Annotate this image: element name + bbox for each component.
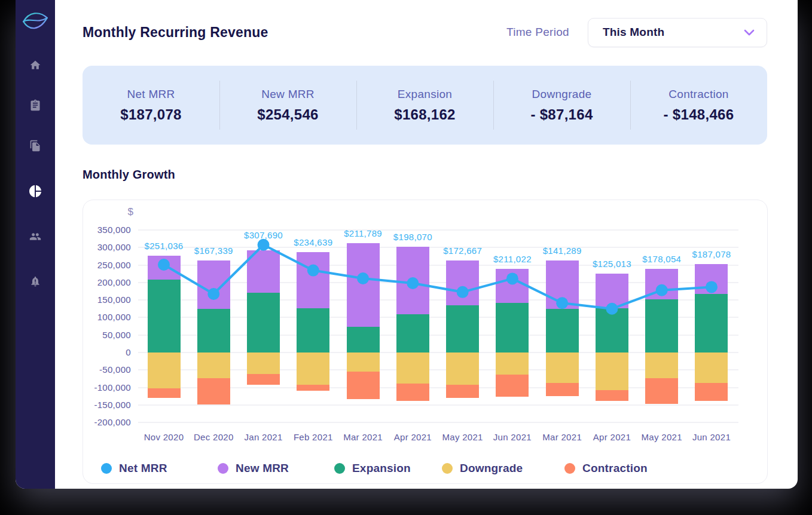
net-mrr-point-label: $234,639 (277, 237, 349, 247)
bar-segment-new-mrr[interactable] (148, 256, 181, 279)
y-axis-tick-label: 0 (83, 347, 131, 357)
bar-segment-contraction[interactable] (197, 378, 230, 405)
bar-segment-downgrade[interactable] (297, 352, 329, 385)
net-mrr-point-label: $187,078 (676, 249, 747, 259)
bar-segment-new-mrr[interactable] (396, 247, 429, 315)
stat-new-mrr: New MRR $254,546 (219, 66, 356, 145)
bar-segment-expansion[interactable] (297, 308, 329, 352)
bar-segment-downgrade[interactable] (197, 352, 230, 378)
stat-value: - $87,164 (530, 106, 593, 123)
bar-segment-expansion[interactable] (496, 303, 529, 352)
legend-item-contraction[interactable]: Contraction (564, 462, 648, 475)
stat-value: - $148,466 (664, 106, 734, 123)
bar-segment-downgrade[interactable] (446, 352, 479, 385)
legend-label: Expansion (352, 462, 411, 475)
legend-item-net-mrr[interactable]: Net MRR (101, 462, 167, 475)
net-mrr-point-label: $141,289 (526, 246, 598, 256)
bar-segment-downgrade[interactable] (496, 352, 529, 375)
stat-net-mrr: Net MRR $187,078 (83, 66, 219, 145)
bar-segment-contraction[interactable] (546, 383, 579, 396)
bar-segment-expansion[interactable] (546, 309, 579, 352)
stat-label: Downgrade (532, 88, 592, 101)
notifications-icon[interactable] (16, 275, 55, 287)
bar-segment-expansion[interactable] (247, 293, 280, 352)
legend-dot (334, 463, 345, 474)
y-axis-tick-label: 200,000 (83, 277, 131, 287)
bar-segment-new-mrr[interactable] (496, 269, 529, 303)
legend-dot (564, 463, 575, 474)
legend-item-expansion[interactable]: Expansion (334, 462, 411, 475)
legend-dot (101, 463, 112, 474)
bar-segment-new-mrr[interactable] (247, 250, 280, 293)
bar-segment-expansion[interactable] (396, 314, 429, 352)
time-period-value: This Month (603, 26, 744, 39)
bar-segment-new-mrr[interactable] (446, 260, 479, 305)
bar-segment-new-mrr[interactable] (596, 274, 628, 308)
bar-segment-downgrade[interactable] (645, 352, 678, 378)
bar-segment-downgrade[interactable] (396, 352, 429, 384)
bar-segment-new-mrr[interactable] (197, 260, 230, 309)
net-mrr-point[interactable] (258, 239, 270, 251)
bar-segment-contraction[interactable] (446, 385, 479, 398)
bar-segment-new-mrr[interactable] (546, 260, 579, 309)
bar-segment-downgrade[interactable] (347, 352, 380, 372)
y-axis-tick-label: 100,000 (83, 312, 131, 322)
x-axis-tick-label: Jun 2021 (679, 432, 744, 442)
bar-segment-contraction[interactable] (645, 378, 678, 404)
users-icon[interactable] (16, 231, 55, 243)
stats-bar: Net MRR $187,078 New MRR $254,546 Expans… (83, 66, 767, 145)
bar-segment-contraction[interactable] (347, 372, 380, 399)
y-axis-title: $ (83, 206, 133, 218)
stat-value: $168,162 (394, 106, 456, 123)
main-content: Monthly Recurring Revenue Time Period Th… (55, 0, 798, 489)
bar-segment-contraction[interactable] (247, 374, 280, 385)
legend-dot (218, 463, 228, 474)
y-axis-tick-label: 300,000 (83, 242, 131, 252)
time-period-dropdown[interactable]: This Month (588, 18, 767, 47)
bar-segment-contraction[interactable] (695, 383, 728, 401)
bar-segment-new-mrr[interactable] (347, 243, 380, 327)
section-title: Monthly Growth (83, 168, 175, 182)
bar-segment-new-mrr[interactable] (297, 252, 329, 308)
y-axis-tick-label: 150,000 (83, 295, 131, 305)
bar-segment-downgrade[interactable] (695, 352, 728, 383)
y-axis-tick-label: 250,000 (83, 260, 131, 270)
chart-card: $ 350,000300,000250,000200,000150,000100… (83, 200, 768, 484)
bar-segment-contraction[interactable] (596, 390, 628, 401)
page-title: Monthly Recurring Revenue (83, 24, 268, 41)
bar-segment-expansion[interactable] (347, 327, 380, 352)
analytics-icon[interactable] (16, 184, 55, 198)
documents-icon[interactable] (16, 140, 55, 152)
bar-segment-downgrade[interactable] (596, 352, 628, 390)
legend-dot (442, 463, 453, 474)
bar-segment-new-mrr[interactable] (695, 264, 728, 294)
legend-item-downgrade[interactable]: Downgrade (442, 462, 523, 475)
bar-segment-expansion[interactable] (148, 280, 181, 352)
bar-segment-downgrade[interactable] (148, 352, 181, 388)
home-icon[interactable] (16, 59, 55, 71)
bar-segment-contraction[interactable] (148, 388, 181, 398)
y-axis-tick-label: 350,000 (83, 225, 131, 235)
chevron-down-icon (744, 29, 755, 36)
y-axis-tick-label: -200,000 (83, 417, 131, 427)
bar-segment-downgrade[interactable] (247, 352, 280, 374)
bar-segment-expansion[interactable] (695, 294, 728, 352)
bar-segment-expansion[interactable] (446, 305, 479, 352)
bar-segment-expansion[interactable] (596, 308, 628, 352)
net-mrr-point-label: $198,070 (377, 232, 448, 242)
bar-segment-new-mrr[interactable] (645, 269, 678, 299)
tasks-icon[interactable] (16, 99, 55, 111)
bar-segment-expansion[interactable] (645, 299, 678, 352)
bar-segment-expansion[interactable] (197, 309, 230, 352)
bar-segment-contraction[interactable] (297, 385, 329, 391)
dashboard-window: Monthly Recurring Revenue Time Period Th… (16, 0, 798, 489)
bar-segment-downgrade[interactable] (546, 352, 579, 383)
bar-segment-contraction[interactable] (396, 384, 429, 401)
y-axis-tick-label: -50,000 (83, 364, 131, 375)
stat-label: New MRR (261, 88, 315, 101)
stat-label: Contraction (668, 88, 728, 101)
legend-item-new-mrr[interactable]: New MRR (218, 462, 289, 475)
sidebar (16, 0, 55, 489)
y-axis-tick-label: 50,000 (83, 330, 131, 340)
bar-segment-contraction[interactable] (496, 375, 529, 396)
